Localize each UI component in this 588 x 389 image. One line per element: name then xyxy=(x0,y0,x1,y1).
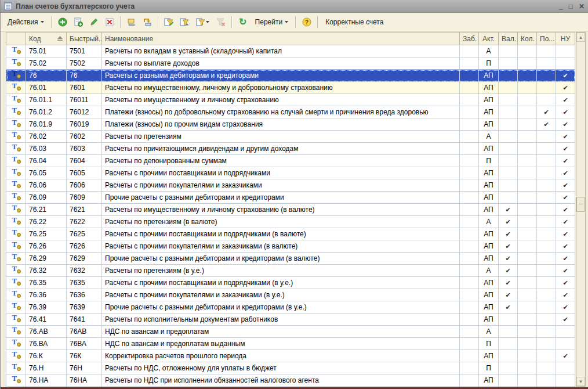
cell-nu[interactable] xyxy=(556,326,575,338)
cell-kol[interactable] xyxy=(518,228,537,240)
cell-icon[interactable]: T xyxy=(6,253,26,265)
cell-act[interactable]: АП xyxy=(479,350,499,362)
cell-kol[interactable] xyxy=(518,338,537,350)
header-code[interactable]: Код xyxy=(26,33,67,45)
cell-po[interactable]: ✔ xyxy=(537,106,556,118)
cell-act[interactable]: АП xyxy=(479,204,499,216)
refresh-button[interactable]: ↻ xyxy=(236,15,250,29)
cell-val[interactable] xyxy=(499,155,518,167)
cell-po[interactable] xyxy=(537,94,556,106)
cell-zab[interactable] xyxy=(460,301,479,314)
cell-zab[interactable] xyxy=(460,179,479,192)
cell-zab[interactable] xyxy=(460,204,479,216)
maximize-button[interactable]: □ xyxy=(569,3,573,10)
cell-name[interactable]: Расчеты по причитающимся дивидендам и др… xyxy=(102,143,460,155)
cell-nu[interactable]: ✔ xyxy=(556,204,575,216)
header-zab[interactable]: Заб. xyxy=(460,33,479,45)
cell-name[interactable]: Платежи (взносы) по добровольному страхо… xyxy=(102,106,460,118)
cell-name[interactable]: Расчеты по имущественному и личному стра… xyxy=(102,204,460,216)
copy-button[interactable] xyxy=(71,15,85,29)
cell-code[interactable]: 76.НА xyxy=(26,374,67,387)
cell-name[interactable]: Расчеты по имущественному, личному и доб… xyxy=(102,82,460,94)
cell-quick[interactable]: 76 xyxy=(67,70,102,82)
cell-kol[interactable] xyxy=(518,289,537,301)
cell-po[interactable] xyxy=(537,192,556,204)
table-row[interactable]: T 76.01.1 76011 Расчеты по имущественном… xyxy=(6,94,575,106)
cell-code[interactable]: 76.01.1 xyxy=(26,94,67,106)
cell-nu[interactable]: ✔ xyxy=(556,216,575,228)
cell-po[interactable] xyxy=(537,155,556,167)
cell-kol[interactable] xyxy=(518,374,537,387)
table-row[interactable]: T 76.01.9 76019 Платежи (взносы) по проч… xyxy=(6,118,575,131)
cell-icon[interactable]: T xyxy=(6,131,26,143)
cell-zab[interactable] xyxy=(460,57,479,70)
cell-name[interactable]: НДС по авансам и предоплатам xyxy=(102,326,460,338)
cell-icon[interactable]: T xyxy=(6,338,26,350)
cell-quick[interactable]: 7621 xyxy=(67,204,102,216)
cell-icon[interactable]: T xyxy=(6,167,26,179)
cell-name[interactable]: Расчеты с прочими поставщиками и подрядч… xyxy=(102,228,460,240)
scroll-up-button[interactable]: ▲ xyxy=(576,33,585,42)
cell-act[interactable]: АП xyxy=(479,179,499,192)
cell-quick[interactable]: 76012 xyxy=(67,106,102,118)
cell-icon[interactable]: T xyxy=(6,350,26,362)
minimize-button[interactable]: _ xyxy=(559,3,563,10)
cell-nu[interactable] xyxy=(556,45,575,57)
cell-code[interactable]: 76.01.2 xyxy=(26,106,67,118)
cell-val[interactable]: ✔ xyxy=(499,240,518,253)
cell-name[interactable]: Расчеты по претензиям xyxy=(102,131,460,143)
cell-act[interactable]: АП xyxy=(479,70,499,82)
cell-quick[interactable]: 76НА xyxy=(67,374,102,387)
cell-val[interactable] xyxy=(499,374,518,387)
cell-nu[interactable]: ✔ xyxy=(556,301,575,314)
cell-val[interactable] xyxy=(499,118,518,131)
table-row[interactable]: T 75.02 7502 Расчеты по выплате доходов … xyxy=(6,57,575,70)
cell-icon[interactable]: T xyxy=(6,326,26,338)
cell-po[interactable] xyxy=(537,143,556,155)
cell-quick[interactable]: 7604 xyxy=(67,155,102,167)
cell-quick[interactable]: 76019 xyxy=(67,118,102,131)
header-quick[interactable]: Быстрый... xyxy=(67,33,102,45)
cell-val[interactable]: ✔ xyxy=(499,277,518,289)
cell-act[interactable]: П xyxy=(479,338,499,350)
table-row[interactable]: T 76.26 7626 Расчеты с прочими покупател… xyxy=(6,240,575,253)
cell-name[interactable]: Расчеты с прочими покупателями и заказчи… xyxy=(102,289,460,301)
table-row[interactable]: T 76.09 7609 Прочие расчеты с разными де… xyxy=(6,192,575,204)
cell-icon[interactable]: T xyxy=(6,216,26,228)
table-row[interactable]: T 76.01 7601 Расчеты по имущественному, … xyxy=(6,82,575,94)
cell-val[interactable] xyxy=(499,82,518,94)
cell-val[interactable] xyxy=(499,131,518,143)
cell-code[interactable]: 76.29 xyxy=(26,253,67,265)
cell-po[interactable] xyxy=(537,289,556,301)
cell-po[interactable] xyxy=(537,228,556,240)
table-row[interactable]: T 76.22 7622 Расчеты по претензиям (в ва… xyxy=(6,216,575,228)
cell-name[interactable]: Расчеты по исполнительным документам раб… xyxy=(102,314,460,326)
header-val[interactable]: Вал. xyxy=(499,33,518,45)
cell-zab[interactable] xyxy=(460,362,479,374)
cell-po[interactable]: ✔ xyxy=(537,118,556,131)
clear-filter-button[interactable] xyxy=(214,15,228,29)
cell-quick[interactable]: 76ВА xyxy=(67,338,102,350)
cell-val[interactable]: ✔ xyxy=(499,265,518,277)
table-row[interactable]: T 76.41 7641 Расчеты по исполнительным д… xyxy=(6,314,575,326)
header-name[interactable]: Наименование xyxy=(102,33,460,45)
cell-po[interactable] xyxy=(537,131,556,143)
cell-val[interactable] xyxy=(499,179,518,192)
cell-kol[interactable] xyxy=(518,301,537,314)
cell-nu[interactable]: ✔ xyxy=(556,192,575,204)
cell-nu[interactable]: ✔ xyxy=(556,228,575,240)
table-row[interactable]: T 76.03 7603 Расчеты по причитающимся ди… xyxy=(6,143,575,155)
cell-zab[interactable] xyxy=(460,155,479,167)
cell-code[interactable]: 76.02 xyxy=(26,131,67,143)
table-row[interactable]: T 76.25 7625 Расчеты с прочими поставщик… xyxy=(6,228,575,240)
cell-zab[interactable] xyxy=(460,45,479,57)
cell-val[interactable] xyxy=(499,350,518,362)
cell-val[interactable]: ✔ xyxy=(499,301,518,314)
cell-name[interactable]: Расчеты с прочими покупателями и заказчи… xyxy=(102,240,460,253)
cell-zab[interactable] xyxy=(460,265,479,277)
cell-po[interactable] xyxy=(537,179,556,192)
cell-kol[interactable] xyxy=(518,265,537,277)
cell-code[interactable]: 76.01 xyxy=(26,82,67,94)
table-row[interactable]: T 76.04 7604 Расчеты по депонированным с… xyxy=(6,155,575,167)
cell-val[interactable] xyxy=(499,45,518,57)
